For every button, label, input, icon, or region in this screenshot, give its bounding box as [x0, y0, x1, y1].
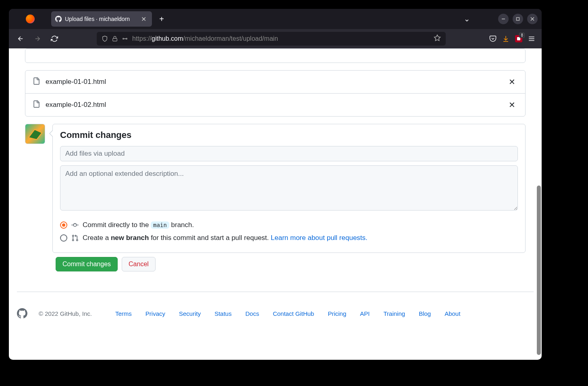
footer-link[interactable]: Terms [115, 310, 132, 317]
footer-link[interactable]: Status [214, 310, 232, 317]
firefox-app-icon [9, 15, 51, 23]
bookmark-star-icon[interactable] [434, 34, 441, 43]
lock-icon [112, 36, 118, 42]
file-list: example-01-01.html ✕ example-01-02.html … [25, 70, 526, 117]
commit-summary-input[interactable] [60, 146, 518, 161]
footer-link[interactable]: Contact GitHub [273, 310, 314, 317]
browser-tab[interactable]: Upload files · michaeldorn ✕ [51, 11, 152, 27]
footer-link[interactable]: Security [179, 310, 201, 317]
close-window-button[interactable] [527, 14, 538, 24]
footer-links: Terms Privacy Security Status Docs Conta… [115, 310, 460, 317]
svg-marker-4 [434, 35, 440, 41]
url-bar[interactable]: https://github.com/michaeldorman/test/up… [97, 32, 446, 46]
tab-title: Upload files · michaeldorn [65, 16, 136, 22]
commit-newbranch-label: Create a new branch for this commit and … [83, 234, 368, 242]
commit-description-input[interactable] [60, 165, 518, 211]
forward-button[interactable] [31, 32, 44, 46]
downloads-icon[interactable] [502, 35, 509, 42]
file-name: example-01-01.html [46, 78, 501, 86]
url-text: https://github.com/michaeldorman/test/up… [132, 35, 430, 42]
minimize-button[interactable] [498, 14, 509, 24]
tab-close-icon[interactable]: ✕ [139, 15, 148, 24]
footer: © 2022 GitHub, Inc. Terms Privacy Securi… [17, 308, 534, 319]
file-row: example-01-02.html ✕ [25, 94, 525, 116]
svg-point-2 [123, 38, 124, 40]
footer-link[interactable]: Docs [245, 310, 259, 317]
footer-link[interactable]: API [360, 310, 370, 317]
commit-direct-option[interactable]: Commit directly to the main branch. [60, 219, 518, 232]
file-name: example-01-02.html [46, 101, 501, 109]
maximize-button[interactable] [513, 14, 523, 24]
git-commit-icon [71, 221, 79, 229]
commit-form: Commit changes Commit directly to the ma… [52, 124, 526, 253]
footer-separator [17, 292, 534, 292]
footer-link[interactable]: Blog [419, 310, 431, 317]
radio-icon[interactable] [60, 221, 67, 229]
browser-window: Upload files · michaeldorn ✕ + ⌄ [9, 9, 542, 360]
footer-link[interactable]: Pricing [328, 310, 346, 317]
svg-rect-1 [113, 38, 117, 41]
back-button[interactable] [14, 32, 27, 46]
commit-direct-label: Commit directly to the main branch. [83, 221, 194, 229]
shield-icon [102, 35, 108, 42]
footer-link[interactable]: About [445, 310, 460, 317]
svg-point-3 [126, 38, 127, 40]
cancel-button[interactable]: Cancel [122, 257, 156, 271]
footer-copyright: © 2022 GitHub, Inc. [39, 310, 92, 317]
file-icon [33, 77, 40, 87]
commit-button[interactable]: Commit changes [56, 257, 118, 271]
git-pull-request-icon [71, 234, 79, 242]
remove-file-button[interactable]: ✕ [506, 76, 518, 88]
svg-rect-0 [517, 18, 519, 21]
page-content: example-01-01.html ✕ example-01-02.html … [9, 48, 542, 360]
ublock-badge: 8 [519, 33, 525, 38]
commit-newbranch-option[interactable]: Create a new branch for this commit and … [60, 232, 518, 244]
footer-link[interactable]: Training [383, 310, 405, 317]
file-icon [33, 100, 40, 110]
commit-heading: Commit changes [60, 130, 518, 140]
chevron-down-icon[interactable]: ⌄ [464, 15, 470, 23]
radio-icon[interactable] [60, 234, 67, 242]
pocket-icon[interactable] [489, 35, 497, 42]
permissions-icon[interactable] [122, 35, 128, 42]
ublock-icon[interactable]: 8 [515, 35, 522, 42]
github-logo-icon [17, 308, 27, 319]
github-icon [55, 16, 62, 22]
avatar [25, 124, 45, 144]
titlebar: Upload files · michaeldorn ✕ + ⌄ [9, 9, 542, 29]
footer-link[interactable]: Privacy [145, 310, 165, 317]
learn-more-link[interactable]: Learn more about pull requests. [271, 234, 368, 242]
new-tab-button[interactable]: + [155, 13, 168, 25]
file-row: example-01-01.html ✕ [25, 71, 525, 94]
hamburger-menu-icon[interactable] [528, 35, 535, 42]
upload-dropzone[interactable] [25, 48, 526, 63]
reload-button[interactable] [48, 32, 61, 46]
nav-toolbar: https://github.com/michaeldorman/test/up… [9, 29, 542, 48]
remove-file-button[interactable]: ✕ [506, 99, 518, 111]
scrollbar-thumb[interactable] [537, 186, 541, 355]
